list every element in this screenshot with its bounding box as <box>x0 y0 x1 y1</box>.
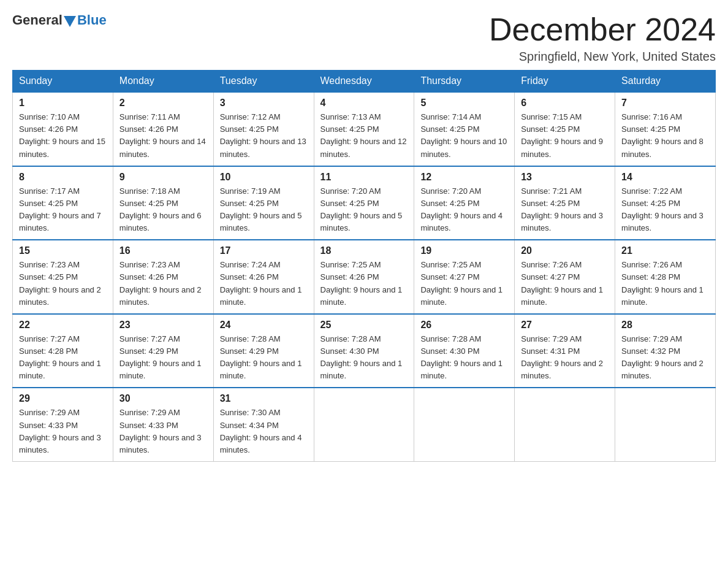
header-sunday: Sunday <box>13 71 113 93</box>
page-header: General Blue December 2024 Springfield, … <box>12 12 716 64</box>
day-number: 25 <box>320 320 408 331</box>
day-info: Sunrise: 7:26 AM Sunset: 4:27 PM Dayligh… <box>521 259 609 308</box>
logo: General Blue <box>12 12 107 28</box>
calendar-cell: 18 Sunrise: 7:25 AM Sunset: 4:26 PM Dayl… <box>314 240 414 314</box>
day-info: Sunrise: 7:23 AM Sunset: 4:26 PM Dayligh… <box>119 259 207 308</box>
day-number: 12 <box>420 172 508 183</box>
day-number: 14 <box>621 172 709 183</box>
header-monday: Monday <box>113 71 213 93</box>
header-saturday: Saturday <box>615 71 716 93</box>
calendar-body: 1 Sunrise: 7:10 AM Sunset: 4:26 PM Dayli… <box>13 92 716 461</box>
day-number: 29 <box>19 393 107 404</box>
day-info: Sunrise: 7:10 AM Sunset: 4:26 PM Dayligh… <box>19 111 107 161</box>
day-number: 10 <box>220 172 308 183</box>
day-number: 1 <box>19 98 107 109</box>
week-row-2: 8 Sunrise: 7:17 AM Sunset: 4:25 PM Dayli… <box>13 166 716 240</box>
day-number: 9 <box>119 172 207 183</box>
day-info: Sunrise: 7:27 AM Sunset: 4:28 PM Dayligh… <box>19 333 107 383</box>
logo-general-text: General <box>12 12 63 28</box>
day-info: Sunrise: 7:11 AM Sunset: 4:26 PM Dayligh… <box>119 111 207 161</box>
calendar-cell: 11 Sunrise: 7:20 AM Sunset: 4:25 PM Dayl… <box>314 166 414 240</box>
day-number: 17 <box>220 245 308 256</box>
day-info: Sunrise: 7:15 AM Sunset: 4:25 PM Dayligh… <box>521 111 609 161</box>
day-info: Sunrise: 7:12 AM Sunset: 4:25 PM Dayligh… <box>220 111 308 161</box>
day-info: Sunrise: 7:23 AM Sunset: 4:25 PM Dayligh… <box>19 259 107 308</box>
day-info: Sunrise: 7:29 AM Sunset: 4:33 PM Dayligh… <box>119 407 207 456</box>
header-wednesday: Wednesday <box>314 71 414 93</box>
day-number: 21 <box>621 245 709 256</box>
day-info: Sunrise: 7:30 AM Sunset: 4:34 PM Dayligh… <box>220 407 308 456</box>
day-number: 11 <box>320 172 408 183</box>
calendar-cell: 27 Sunrise: 7:29 AM Sunset: 4:31 PM Dayl… <box>515 314 615 388</box>
day-info: Sunrise: 7:20 AM Sunset: 4:25 PM Dayligh… <box>420 185 508 235</box>
calendar-cell: 29 Sunrise: 7:29 AM Sunset: 4:33 PM Dayl… <box>13 388 113 461</box>
day-number: 4 <box>320 98 408 109</box>
logo-blue-text: Blue <box>77 12 107 28</box>
day-number: 30 <box>119 393 207 404</box>
calendar-cell <box>615 388 716 461</box>
calendar-cell: 15 Sunrise: 7:23 AM Sunset: 4:25 PM Dayl… <box>13 240 113 314</box>
calendar-cell: 16 Sunrise: 7:23 AM Sunset: 4:26 PM Dayl… <box>113 240 213 314</box>
calendar-cell: 4 Sunrise: 7:13 AM Sunset: 4:25 PM Dayli… <box>314 92 414 166</box>
calendar-cell: 12 Sunrise: 7:20 AM Sunset: 4:25 PM Dayl… <box>414 166 515 240</box>
week-row-5: 29 Sunrise: 7:29 AM Sunset: 4:33 PM Dayl… <box>13 388 716 461</box>
day-info: Sunrise: 7:27 AM Sunset: 4:29 PM Dayligh… <box>119 333 207 383</box>
week-row-3: 15 Sunrise: 7:23 AM Sunset: 4:25 PM Dayl… <box>13 240 716 314</box>
calendar-cell: 3 Sunrise: 7:12 AM Sunset: 4:25 PM Dayli… <box>213 92 314 166</box>
day-info: Sunrise: 7:29 AM Sunset: 4:31 PM Dayligh… <box>521 333 609 383</box>
day-number: 22 <box>19 320 107 331</box>
calendar-cell: 2 Sunrise: 7:11 AM Sunset: 4:26 PM Dayli… <box>113 92 213 166</box>
calendar-cell: 25 Sunrise: 7:28 AM Sunset: 4:30 PM Dayl… <box>314 314 414 388</box>
location-subtitle: Springfield, New York, United States <box>489 50 716 64</box>
day-info: Sunrise: 7:24 AM Sunset: 4:26 PM Dayligh… <box>220 259 308 308</box>
day-number: 27 <box>521 320 609 331</box>
day-info: Sunrise: 7:29 AM Sunset: 4:32 PM Dayligh… <box>621 333 709 383</box>
day-info: Sunrise: 7:28 AM Sunset: 4:30 PM Dayligh… <box>420 333 508 383</box>
calendar-cell <box>314 388 414 461</box>
day-number: 24 <box>220 320 308 331</box>
calendar-cell: 21 Sunrise: 7:26 AM Sunset: 4:28 PM Dayl… <box>615 240 716 314</box>
day-number: 6 <box>521 98 609 109</box>
month-title: December 2024 <box>489 12 716 47</box>
day-info: Sunrise: 7:26 AM Sunset: 4:28 PM Dayligh… <box>621 259 709 308</box>
day-info: Sunrise: 7:14 AM Sunset: 4:25 PM Dayligh… <box>420 111 508 161</box>
week-row-1: 1 Sunrise: 7:10 AM Sunset: 4:26 PM Dayli… <box>13 92 716 166</box>
calendar-cell: 9 Sunrise: 7:18 AM Sunset: 4:25 PM Dayli… <box>113 166 213 240</box>
day-number: 7 <box>621 98 709 109</box>
logo-area: General Blue <box>12 12 107 28</box>
calendar-table: Sunday Monday Tuesday Wednesday Thursday… <box>12 70 716 462</box>
calendar-cell <box>515 388 615 461</box>
day-info: Sunrise: 7:18 AM Sunset: 4:25 PM Dayligh… <box>119 185 207 235</box>
day-number: 8 <box>19 172 107 183</box>
day-info: Sunrise: 7:21 AM Sunset: 4:25 PM Dayligh… <box>521 185 609 235</box>
calendar-cell: 5 Sunrise: 7:14 AM Sunset: 4:25 PM Dayli… <box>414 92 515 166</box>
day-number: 5 <box>420 98 508 109</box>
calendar-cell: 17 Sunrise: 7:24 AM Sunset: 4:26 PM Dayl… <box>213 240 314 314</box>
day-info: Sunrise: 7:25 AM Sunset: 4:27 PM Dayligh… <box>420 259 508 308</box>
calendar-cell: 22 Sunrise: 7:27 AM Sunset: 4:28 PM Dayl… <box>13 314 113 388</box>
calendar-cell: 24 Sunrise: 7:28 AM Sunset: 4:29 PM Dayl… <box>213 314 314 388</box>
weekday-header-row: Sunday Monday Tuesday Wednesday Thursday… <box>13 71 716 93</box>
day-number: 15 <box>19 245 107 256</box>
calendar-cell: 30 Sunrise: 7:29 AM Sunset: 4:33 PM Dayl… <box>113 388 213 461</box>
day-number: 2 <box>119 98 207 109</box>
calendar-cell: 14 Sunrise: 7:22 AM Sunset: 4:25 PM Dayl… <box>615 166 716 240</box>
day-info: Sunrise: 7:20 AM Sunset: 4:25 PM Dayligh… <box>320 185 408 235</box>
day-number: 20 <box>521 245 609 256</box>
header-thursday: Thursday <box>414 71 515 93</box>
calendar-cell: 1 Sunrise: 7:10 AM Sunset: 4:26 PM Dayli… <box>13 92 113 166</box>
day-info: Sunrise: 7:13 AM Sunset: 4:25 PM Dayligh… <box>320 111 408 161</box>
calendar-cell: 20 Sunrise: 7:26 AM Sunset: 4:27 PM Dayl… <box>515 240 615 314</box>
day-info: Sunrise: 7:29 AM Sunset: 4:33 PM Dayligh… <box>19 407 107 456</box>
day-number: 26 <box>420 320 508 331</box>
header-friday: Friday <box>515 71 615 93</box>
title-area: December 2024 Springfield, New York, Uni… <box>489 12 716 64</box>
day-number: 16 <box>119 245 207 256</box>
day-info: Sunrise: 7:25 AM Sunset: 4:26 PM Dayligh… <box>320 259 408 308</box>
calendar-cell: 7 Sunrise: 7:16 AM Sunset: 4:25 PM Dayli… <box>615 92 716 166</box>
day-number: 28 <box>621 320 709 331</box>
calendar-cell <box>414 388 515 461</box>
day-number: 18 <box>320 245 408 256</box>
calendar-cell: 23 Sunrise: 7:27 AM Sunset: 4:29 PM Dayl… <box>113 314 213 388</box>
header-tuesday: Tuesday <box>213 71 314 93</box>
